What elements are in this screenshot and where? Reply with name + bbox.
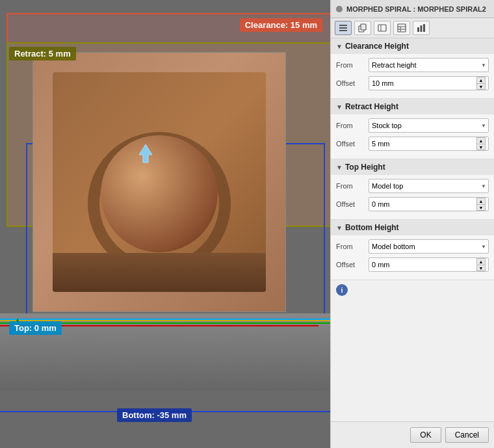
clearance-from-select[interactable]: Retract height [369, 58, 489, 72]
clearance-offset-label: Offset [336, 79, 365, 87]
svg-rect-9 [339, 27, 347, 29]
retract-height-label: Retract Height [345, 102, 398, 111]
retract-height-section: ▼ Retract Height From Stock top Offset 5… [331, 99, 494, 159]
clearance-offset-spinbox[interactable]: 10 mm ▲ ▼ [369, 76, 489, 90]
top-from-label: From [336, 182, 365, 190]
toolbar-chart-icon[interactable] [413, 21, 430, 35]
top-offset-label: Offset [336, 200, 365, 208]
title-dot [336, 6, 343, 12]
clearance-height-section: ▼ Clearance Height From Retract height O… [331, 38, 494, 99]
ok-button[interactable]: OK [410, 427, 441, 443]
toolbar-copy-icon[interactable] [354, 21, 371, 35]
model-sphere [101, 135, 218, 252]
panel-content: ▼ Clearance Height From Retract height O… [331, 38, 494, 421]
top-offset-row: Offset 0 mm ▲ ▼ [336, 197, 489, 211]
3d-viewport: Clearance: 15 mm Retract: 5 mm Top: 0 mm… [0, 0, 332, 448]
top-offset-down[interactable]: ▼ [476, 204, 486, 211]
top-from-select[interactable]: Model top [369, 179, 489, 193]
model-base [53, 253, 266, 292]
bottom-from-select[interactable]: Model bottom [369, 239, 489, 254]
bottom-from-row: From Model bottom [336, 239, 489, 254]
retract-offset-spinbox[interactable]: 5 mm ▲ ▼ [369, 137, 489, 151]
panel-buttons: OK Cancel [331, 421, 494, 448]
retract-height-body: From Stock top Offset 5 mm ▲ ▼ [331, 114, 494, 159]
cancel-button[interactable]: Cancel [445, 427, 489, 443]
bottom-offset-row: Offset 0 mm ▲ ▼ [336, 257, 489, 272]
retract-from-select-wrapper: Stock top [369, 118, 489, 133]
clearance-from-label: From [336, 61, 365, 69]
bottom-arrow-icon: ▼ [336, 224, 343, 231]
bottom-height-body: From Model bottom Offset 0 mm ▲ ▼ [331, 235, 494, 280]
bottom-height-label: Bottom Height [345, 223, 399, 232]
top-height-label: Top Height [345, 163, 385, 172]
panel-toolbar [331, 18, 494, 38]
top-offset-spinbox[interactable]: 0 mm ▲ ▼ [369, 197, 489, 211]
top-arrow-icon: ▼ [336, 164, 343, 171]
info-bar: i [331, 280, 494, 300]
bottom-offset-label: Offset [336, 261, 365, 269]
retract-height-header[interactable]: ▼ Retract Height [331, 99, 494, 114]
svg-marker-7 [139, 144, 152, 163]
top-offset-value: 0 mm [372, 200, 476, 208]
panel-titlebar: MORPHED SPIRAL : MORPHED SPIRAL2 [331, 0, 494, 18]
right-panel: MORPHED SPIRAL : MORPHED SPIRAL2 ▼ Clear… [330, 0, 494, 448]
clearance-from-select-wrapper: Retract height [369, 58, 489, 72]
toolbar-swap-icon[interactable] [374, 21, 391, 35]
svg-rect-20 [421, 25, 422, 32]
clearance-label: Clearance: 15 mm [240, 18, 322, 32]
top-from-row: From Model top [336, 179, 489, 193]
clearance-offset-up[interactable]: ▲ [476, 77, 486, 83]
retract-from-select[interactable]: Stock top [369, 118, 489, 133]
retract-offset-row: Offset 5 mm ▲ ▼ [336, 137, 489, 151]
clearance-offset-row: Offset 10 mm ▲ ▼ [336, 76, 489, 90]
bottom-label: Bottom: -35 mm [117, 408, 192, 422]
svg-rect-13 [378, 25, 386, 31]
clearance-offset-down[interactable]: ▼ [476, 83, 486, 90]
svg-rect-10 [339, 30, 347, 31]
svg-rect-15 [398, 24, 406, 32]
clearance-offset-value: 10 mm [372, 79, 476, 87]
retract-offset-arrows: ▲ ▼ [476, 137, 486, 150]
bottom-offset-up[interactable]: ▲ [476, 258, 486, 265]
bottom-height-header[interactable]: ▼ Bottom Height [331, 220, 494, 235]
clearance-from-row: From Retract height [336, 58, 489, 72]
top-label: Top: 0 mm [9, 321, 62, 335]
clearance-height-body: From Retract height Offset 10 mm ▲ ▼ [331, 54, 494, 98]
retract-offset-down[interactable]: ▼ [476, 144, 486, 150]
top-offset-up[interactable]: ▲ [476, 198, 486, 204]
model-area [32, 52, 286, 312]
retract-arrow-icon: ▼ [336, 103, 343, 111]
retract-offset-value: 5 mm [372, 140, 476, 148]
bottom-offset-spinbox[interactable]: 0 mm ▲ ▼ [369, 257, 489, 272]
clearance-height-header[interactable]: ▼ Clearance Height [331, 38, 494, 54]
retract-from-label: From [336, 122, 365, 129]
toolbar-layers-icon[interactable] [335, 21, 352, 35]
clearance-arrow-icon: ▼ [336, 43, 343, 50]
bottom-from-select-wrapper: Model bottom [369, 239, 489, 254]
model-inner [53, 72, 266, 292]
top-from-select-wrapper: Model top [369, 179, 489, 193]
info-icon[interactable]: i [336, 284, 348, 296]
bottom-offset-value: 0 mm [372, 261, 476, 269]
svg-rect-21 [423, 24, 425, 32]
bottom-offset-arrows: ▲ ▼ [476, 258, 486, 271]
panel-title: MORPHED SPIRAL : MORPHED SPIRAL2 [346, 5, 489, 13]
top-offset-arrows: ▲ ▼ [476, 198, 486, 211]
retract-offset-up[interactable]: ▲ [476, 137, 486, 144]
clearance-offset-arrows: ▲ ▼ [476, 77, 486, 90]
top-height-section: ▼ Top Height From Model top Offset 0 mm [331, 159, 494, 220]
retract-offset-label: Offset [336, 140, 365, 148]
svg-rect-8 [339, 25, 347, 26]
top-height-body: From Model top Offset 0 mm ▲ ▼ [331, 175, 494, 219]
bottom-height-section: ▼ Bottom Height From Model bottom Offset… [331, 220, 494, 280]
bottom-from-label: From [336, 243, 365, 250]
toolbar-table-icon[interactable] [393, 21, 410, 35]
clearance-height-label: Clearance Height [345, 42, 409, 51]
retract-from-row: From Stock top [336, 118, 489, 133]
top-height-header[interactable]: ▼ Top Height [331, 159, 494, 175]
svg-rect-19 [417, 27, 419, 32]
bottom-offset-down[interactable]: ▼ [476, 265, 486, 271]
retract-label: Retract: 5 mm [9, 47, 76, 60]
svg-rect-12 [361, 24, 366, 30]
